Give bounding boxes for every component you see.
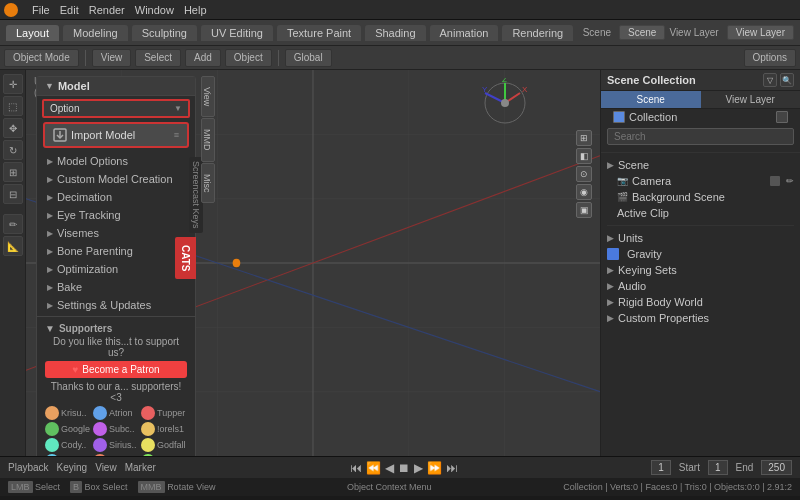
menu-item-decimation[interactable]: ▶Decimation xyxy=(37,188,195,206)
camera-toggle[interactable] xyxy=(770,176,780,186)
rigid-body-row[interactable]: ▶Rigid Body World xyxy=(607,294,794,310)
supporter-item: Tupper xyxy=(141,406,187,420)
view-label[interactable]: View xyxy=(95,462,117,473)
menu-window[interactable]: Window xyxy=(135,4,174,16)
keying-label[interactable]: Keying xyxy=(57,462,88,473)
options-row[interactable]: Option ▼ xyxy=(42,99,190,118)
menu-help[interactable]: Help xyxy=(184,4,207,16)
menu-edit[interactable]: Edit xyxy=(60,4,79,16)
custom-props-row[interactable]: ▶Custom Properties xyxy=(607,310,794,326)
object-mode-selector[interactable]: Object Mode xyxy=(4,49,79,67)
toolbar2: Object Mode View Select Add Object Globa… xyxy=(0,46,800,70)
select-tool[interactable]: ⬚ xyxy=(3,96,23,116)
search-icon[interactable]: 🔍 xyxy=(780,73,794,87)
axis-widget[interactable]: X Y Z xyxy=(480,78,530,128)
tab-modeling[interactable]: Modeling xyxy=(63,25,128,41)
collection-eye-icon[interactable] xyxy=(776,111,788,123)
cats-tab[interactable]: CATS xyxy=(175,237,196,279)
select-menu[interactable]: Select xyxy=(135,49,181,67)
current-frame-input[interactable]: 1 xyxy=(651,460,671,475)
step-forward-icon[interactable]: ⏩ xyxy=(427,461,442,475)
play-icon[interactable]: ▶ xyxy=(414,461,423,475)
select-status[interactable]: LMB Select xyxy=(8,482,60,492)
context-menu-status: Object Context Menu xyxy=(226,482,554,492)
menu-file[interactable]: File xyxy=(32,4,50,16)
menu-item-settings-&-updates[interactable]: ▶Settings & Updates xyxy=(37,296,195,314)
keying-sets-row[interactable]: ▶Keying Sets xyxy=(607,262,794,278)
tab-scene[interactable]: Scene xyxy=(601,91,701,108)
menu-item-eye-tracking[interactable]: ▶Eye Tracking xyxy=(37,206,195,224)
tab-animation[interactable]: Animation xyxy=(430,25,499,41)
view-icon3[interactable]: ⊙ xyxy=(576,166,592,182)
units-row[interactable]: ▶Units xyxy=(607,230,794,246)
avatar xyxy=(93,406,107,420)
viewport-nav-icons: X Y Z xyxy=(480,78,530,128)
become-patron-button[interactable]: ♥ Become a Patron xyxy=(45,361,187,378)
rotate-status[interactable]: MMB Rotate View xyxy=(138,482,216,492)
menu-item-model-options[interactable]: ▶Model Options xyxy=(37,152,195,170)
scene-selector[interactable]: Scene xyxy=(619,25,665,40)
options-btn[interactable]: Options xyxy=(744,49,796,67)
tab-uv-editing[interactable]: UV Editing xyxy=(201,25,273,41)
global-selector[interactable]: Global xyxy=(285,49,332,67)
view-layer-selector[interactable]: View Layer xyxy=(727,25,794,40)
tab-shading[interactable]: Shading xyxy=(365,25,425,41)
active-clip-prop[interactable]: Active Clip xyxy=(617,205,794,221)
stop-icon[interactable]: ⏹ xyxy=(398,461,410,475)
search-input[interactable] xyxy=(607,128,794,145)
menu-item-custom-model-creation[interactable]: ▶Custom Model Creation xyxy=(37,170,195,188)
menu-item-bone-parenting[interactable]: ▶Bone Parenting xyxy=(37,242,195,260)
end-frame-input[interactable]: 250 xyxy=(761,460,792,475)
collection-item[interactable]: Collection xyxy=(601,109,800,125)
play-back-icon[interactable]: ◀ xyxy=(385,461,394,475)
box-select-status[interactable]: B Box Select xyxy=(70,482,128,492)
skip-start-icon[interactable]: ⏮ xyxy=(350,461,362,475)
collection-checkbox[interactable] xyxy=(613,111,625,123)
panel-collapse-arrow[interactable]: ▼ xyxy=(45,81,54,91)
view-side-tab[interactable]: View xyxy=(201,76,215,117)
supporter-item: Atrion xyxy=(93,406,139,420)
view-icon2[interactable]: ◧ xyxy=(576,148,592,164)
gravity-row[interactable]: Gravity xyxy=(607,246,794,262)
menu-item-visemes[interactable]: ▶Visemes xyxy=(37,224,195,242)
marker-label[interactable]: Marker xyxy=(125,462,156,473)
menu-render[interactable]: Render xyxy=(89,4,125,16)
menu-item-bake[interactable]: ▶Bake xyxy=(37,278,195,296)
view-icon[interactable]: ⊞ xyxy=(576,130,592,146)
bg-scene-prop[interactable]: 🎬 Background Scene xyxy=(617,189,794,205)
transform-tool[interactable]: ⊟ xyxy=(3,184,23,204)
gravity-checkbox[interactable] xyxy=(607,248,619,260)
right-panel: Scene Collection ▽ 🔍 Scene View Layer Co… xyxy=(600,70,800,456)
avatar xyxy=(93,454,107,456)
camera-edit-icon[interactable]: ✏ xyxy=(786,176,794,186)
viewport-3d[interactable]: User Perspective (1) Collection X Y Z ⊞ … xyxy=(26,70,600,456)
view-icon5[interactable]: ▣ xyxy=(576,202,592,218)
scale-tool[interactable]: ⊞ xyxy=(3,162,23,182)
add-menu[interactable]: Add xyxy=(185,49,221,67)
tab-layout[interactable]: Layout xyxy=(6,25,59,41)
cursor-tool[interactable]: ✛ xyxy=(3,74,23,94)
measure-tool[interactable]: 📐 xyxy=(3,236,23,256)
start-frame-input[interactable]: 1 xyxy=(708,460,728,475)
skip-end-icon[interactable]: ⏭ xyxy=(446,461,458,475)
tab-view-layer[interactable]: View Layer xyxy=(701,91,801,108)
menu-item-optimization[interactable]: ▶Optimization xyxy=(37,260,195,278)
mmd-side-tab[interactable]: MMD xyxy=(201,118,215,162)
view-menu[interactable]: View xyxy=(92,49,132,67)
import-model-button[interactable]: Import Model ≡ xyxy=(43,122,189,148)
move-tool[interactable]: ✥ xyxy=(3,118,23,138)
rotate-tool[interactable]: ↻ xyxy=(3,140,23,160)
tab-texture-paint[interactable]: Texture Paint xyxy=(277,25,361,41)
audio-row[interactable]: ▶Audio xyxy=(607,278,794,294)
view-icon4[interactable]: ◉ xyxy=(576,184,592,200)
camera-prop[interactable]: 📷 Camera ✏ xyxy=(617,173,794,189)
filter-icon[interactable]: ▽ xyxy=(763,73,777,87)
object-menu[interactable]: Object xyxy=(225,49,272,67)
menu-arrow-icon: ▶ xyxy=(47,301,53,310)
tab-sculpting[interactable]: Sculpting xyxy=(132,25,197,41)
playback-label[interactable]: Playback xyxy=(8,462,49,473)
step-back-icon[interactable]: ⏪ xyxy=(366,461,381,475)
tab-rendering[interactable]: Rendering xyxy=(502,25,573,41)
annotate-tool[interactable]: ✏ xyxy=(3,214,23,234)
misc-side-tab[interactable]: Misc xyxy=(201,163,215,204)
